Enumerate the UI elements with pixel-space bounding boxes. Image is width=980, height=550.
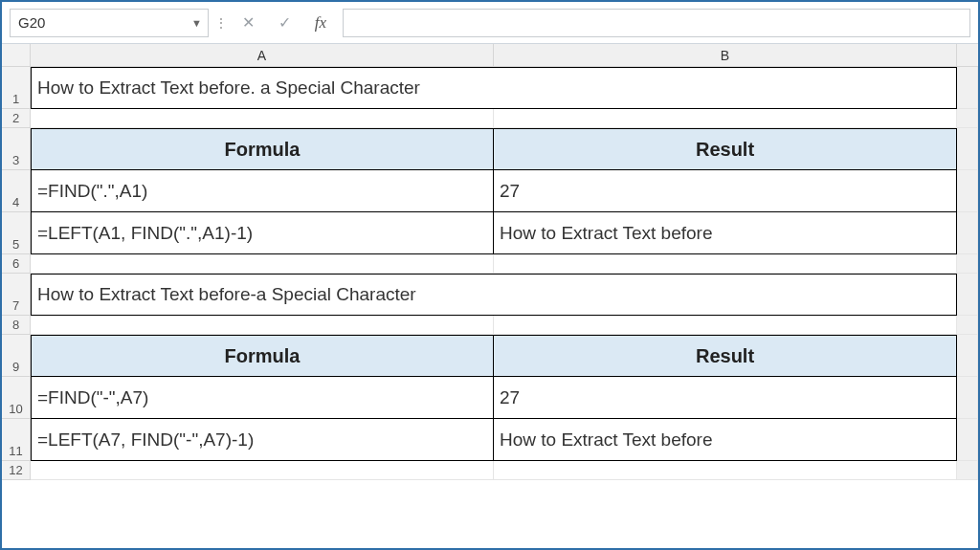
cell-B6[interactable] [494,254,957,274]
cell-rest-4[interactable] [957,170,978,212]
row-6: 6 [2,254,978,274]
rows: 1 How to Extract Text before. a Special … [2,67,978,480]
cell-A9[interactable]: Formula [31,335,494,377]
row-header-5[interactable]: 5 [2,212,31,254]
cell-B2[interactable] [494,109,957,128]
row-header-7[interactable]: 7 [2,274,31,316]
cell-B4[interactable]: 27 [494,170,957,212]
row-header-10[interactable]: 10 [2,377,31,419]
row-2: 2 [2,109,978,128]
fx-icon[interactable]: fx [306,11,335,35]
cell-A2[interactable] [31,109,494,128]
row-10: 10 =FIND("-",A7) 27 [2,377,978,419]
cell-B5[interactable]: How to Extract Text before [494,212,957,254]
select-all-corner[interactable] [2,44,31,67]
cell-B9[interactable]: Result [494,335,957,377]
cell-B11[interactable]: How to Extract Text before [494,419,957,461]
row-5: 5 =LEFT(A1, FIND(".",A1)-1) How to Extra… [2,212,978,254]
cancel-icon[interactable]: ✕ [234,11,262,35]
row-8: 8 [2,316,978,335]
cell-A7[interactable]: How to Extract Text before-a Special Cha… [31,274,957,316]
cell-rest-6[interactable] [957,254,978,274]
cell-B3[interactable]: Result [494,128,957,170]
row-4: 4 =FIND(".",A1) 27 [2,170,978,212]
row-header-9[interactable]: 9 [2,335,31,377]
spreadsheet-grid: A B 1 How to Extract Text before. a Spec… [2,44,978,548]
col-header-B[interactable]: B [494,44,957,67]
confirm-icon[interactable]: ✓ [270,11,299,35]
cell-A11[interactable]: =LEFT(A7, FIND("-",A7)-1) [31,419,494,461]
dropdown-icon[interactable]: ▼ [191,17,202,29]
cell-B12[interactable] [494,461,957,480]
row-12: 12 [2,461,978,480]
name-box-value: G20 [18,14,45,31]
row-header-8[interactable]: 8 [2,316,31,335]
row-header-1[interactable]: 1 [2,67,31,109]
cell-A4[interactable]: =FIND(".",A1) [31,170,494,212]
col-header-A[interactable]: A [31,44,494,67]
row-header-2[interactable]: 2 [2,109,31,128]
cell-rest-7[interactable] [957,274,978,316]
row-header-6[interactable]: 6 [2,254,31,274]
cell-B8[interactable] [494,316,957,335]
cell-rest-12[interactable] [957,461,978,480]
cell-rest-9[interactable] [957,335,978,377]
separator-icon: ⋮ [216,11,226,35]
cell-A10[interactable]: =FIND("-",A7) [31,377,494,419]
row-1: 1 How to Extract Text before. a Special … [2,67,978,109]
formula-bar: G20 ▼ ⋮ ✕ ✓ fx [2,2,978,44]
cell-rest-8[interactable] [957,316,978,335]
row-3: 3 Formula Result [2,128,978,170]
cell-A3[interactable]: Formula [31,128,494,170]
cell-A12[interactable] [31,461,494,480]
cell-B10[interactable]: 27 [494,377,957,419]
cell-rest-10[interactable] [957,377,978,419]
cell-A6[interactable] [31,254,494,274]
row-9: 9 Formula Result [2,335,978,377]
formula-input[interactable] [343,9,970,37]
cell-A5[interactable]: =LEFT(A1, FIND(".",A1)-1) [31,212,494,254]
cell-rest-3[interactable] [957,128,978,170]
col-header-rest [957,44,978,67]
cell-rest-1[interactable] [957,67,978,109]
row-header-11[interactable]: 11 [2,419,31,461]
cell-A1[interactable]: How to Extract Text before. a Special Ch… [31,67,957,109]
cell-rest-5[interactable] [957,212,978,254]
row-7: 7 How to Extract Text before-a Special C… [2,274,978,316]
name-box[interactable]: G20 ▼ [10,9,209,37]
cell-A8[interactable] [31,316,494,335]
row-header-3[interactable]: 3 [2,128,31,170]
row-header-12[interactable]: 12 [2,461,31,480]
cell-rest-11[interactable] [957,419,978,461]
column-headers: A B [2,44,978,67]
row-header-4[interactable]: 4 [2,170,31,212]
cell-rest-2[interactable] [957,109,978,128]
row-11: 11 =LEFT(A7, FIND("-",A7)-1) How to Extr… [2,419,978,461]
